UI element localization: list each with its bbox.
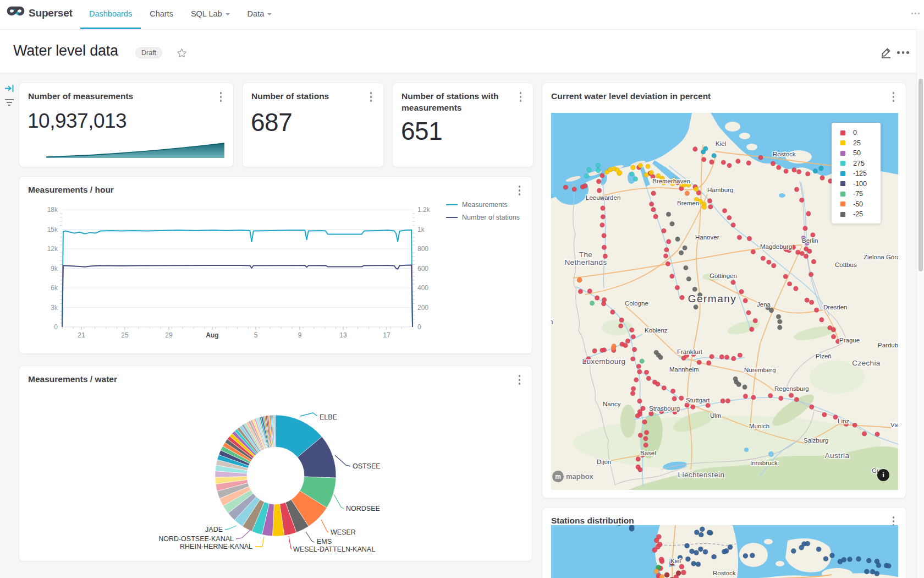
scrollbar-track[interactable] — [916, 29, 924, 578]
legend-item-measurements[interactable]: Measurements — [446, 201, 520, 209]
map-viewport[interactable]: KielRostock — [551, 525, 898, 578]
station-dot — [875, 571, 879, 576]
mapbox-logo[interactable]: m mapbox — [552, 471, 593, 482]
map-label-nancy: Nancy — [603, 401, 621, 407]
navbar: Superset Dashboards Charts SQL Lab Data — [0, 0, 924, 30]
map-legend-item--25[interactable]: -25 — [832, 209, 881, 220]
station-dot — [733, 377, 738, 381]
station-dot — [771, 161, 776, 166]
station-dot — [685, 543, 690, 548]
station-dot — [794, 397, 799, 402]
station-dot — [691, 561, 696, 566]
station-dot — [721, 160, 726, 165]
kebab-menu-icon[interactable] — [519, 91, 523, 105]
nav-item-charts[interactable]: Charts — [141, 0, 182, 29]
station-dot — [563, 185, 568, 190]
station-dot — [649, 170, 654, 175]
station-dot — [578, 289, 583, 294]
station-dot — [631, 335, 636, 340]
map-label-bremerhaven: Bremerhaven — [652, 178, 690, 184]
donut-label: NORD-OSTSEE-KANAL — [158, 535, 234, 543]
legend-item-number-of-stations[interactable]: Number of stations — [446, 214, 520, 221]
station-dot — [697, 360, 702, 365]
map-label-leeuwarden: Leeuwarden — [586, 194, 620, 201]
station-dot — [737, 235, 742, 240]
filter-icon[interactable] — [4, 98, 14, 109]
map-legend-item--50[interactable]: -50 — [832, 199, 881, 210]
nav-item-data[interactable]: Data — [239, 0, 281, 29]
card-number-of-measurements: Number of measurements 10,937,013 — [19, 83, 234, 167]
station-dot — [666, 212, 671, 217]
station-dot — [684, 265, 689, 270]
station-dot — [803, 226, 808, 231]
station-dot — [779, 396, 784, 401]
map-legend-item-275[interactable]: 275 — [832, 159, 881, 169]
map-label-vienna: Vienna — [890, 422, 898, 428]
station-dot — [595, 296, 600, 301]
station-dot — [651, 207, 656, 212]
map-label-kiel: Kiel — [716, 140, 726, 147]
map-legend-item--100[interactable]: -100 — [832, 179, 881, 189]
station-dot — [675, 285, 680, 290]
station-dot — [707, 530, 712, 535]
station-dot — [809, 405, 814, 410]
superset-brand[interactable]: Superset — [7, 6, 73, 20]
navbar-overflow-dots[interactable] — [911, 13, 920, 14]
station-dot — [743, 385, 747, 390]
kebab-menu-icon[interactable] — [892, 91, 896, 105]
station-dot — [746, 161, 751, 166]
scrollbar-thumb[interactable] — [919, 79, 923, 271]
card-measurements-per-water: Measurements / water ELBEOSTSEENORDSEEWE… — [19, 366, 532, 561]
y-axis-tick: 3k — [51, 304, 58, 312]
station-dot — [694, 187, 698, 192]
expand-filter-panel-icon[interactable] — [4, 84, 14, 95]
more-actions-icon[interactable] — [897, 51, 909, 54]
y2-axis-tick: 1.2k — [417, 206, 431, 214]
x-axis-tick: 29 — [165, 331, 173, 339]
station-dot — [644, 443, 648, 448]
station-dot — [862, 432, 867, 437]
map-label-cologne: Cologne — [625, 300, 648, 307]
station-dot — [578, 277, 582, 282]
station-dot — [732, 356, 736, 361]
map-legend-item--125[interactable]: -125 — [832, 168, 881, 179]
station-dot — [680, 295, 685, 300]
station-dot — [585, 173, 590, 178]
map-label-germany: Germany — [688, 293, 737, 304]
station-dot — [663, 254, 668, 259]
legend-swatch — [840, 171, 845, 176]
station-dot — [811, 232, 816, 237]
station-dot — [768, 393, 773, 398]
map-legend-item-50[interactable]: 50 — [832, 148, 881, 159]
map-label-pardubice: Pardubice — [878, 342, 898, 348]
kebab-menu-icon[interactable] — [219, 91, 223, 105]
map-legend-item--75[interactable]: -75 — [832, 189, 881, 199]
station-dot — [600, 348, 605, 353]
map-label-cottbus: Cottbus — [835, 261, 857, 268]
nav-item-sql-lab[interactable]: SQL Lab — [182, 0, 239, 29]
favorite-star-icon[interactable] — [176, 47, 188, 61]
map-info-icon[interactable]: i — [877, 469, 889, 481]
station-dot — [727, 163, 732, 168]
big-number-value: 651 — [401, 116, 442, 146]
map-legend-item-0[interactable]: 0 — [832, 128, 881, 138]
nav-item-dashboards[interactable]: Dashboards — [80, 0, 141, 29]
map-legend-item-25[interactable]: 25 — [832, 138, 881, 149]
card-title: Number of stations with measurements — [402, 91, 509, 114]
donut-chart[interactable]: ELBEOSTSEENORDSEEWESEREMSWESEL-DATTELN-K… — [19, 366, 533, 562]
station-dot — [771, 263, 776, 268]
station-dot — [767, 260, 772, 265]
kebab-menu-icon[interactable] — [369, 91, 373, 105]
station-dot — [664, 572, 669, 577]
x-axis-tick: 21 — [78, 331, 85, 339]
station-dot — [679, 250, 684, 255]
station-dot — [794, 286, 799, 291]
station-dot — [811, 259, 816, 264]
mapbox-icon: m — [552, 471, 564, 482]
station-dot — [587, 167, 592, 172]
station-dot — [853, 423, 857, 428]
edit-pencil-icon[interactable] — [879, 46, 893, 61]
station-dot — [712, 154, 717, 159]
y2-axis-tick: 400 — [417, 284, 428, 292]
station-dot — [731, 222, 736, 227]
